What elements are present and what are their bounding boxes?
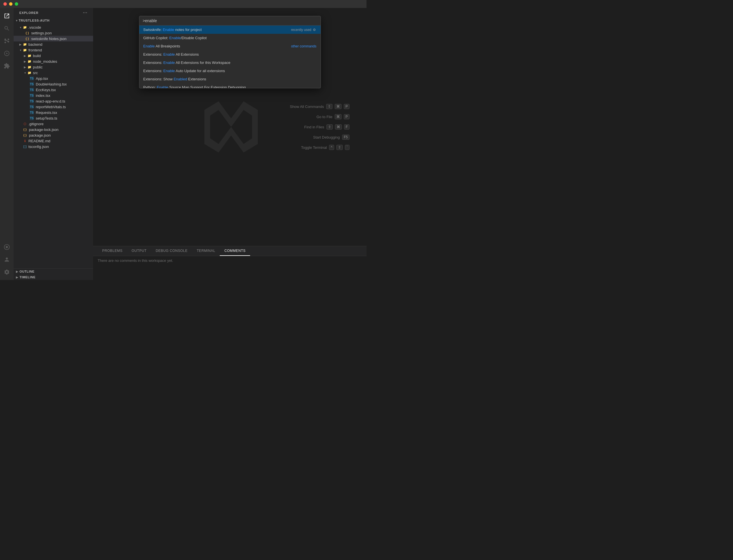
tab-terminal[interactable]: TERMINAL [192, 246, 220, 256]
accounts-activity-icon[interactable] [1, 254, 12, 265]
tab-output[interactable]: OUTPUT [127, 246, 151, 256]
shortcut-toggle-terminal: Toggle Terminal ^ ⇧ ` [290, 145, 350, 150]
command-item-github-copilot[interactable]: GitHub Copilot: Enable/Disable Copilot [139, 34, 321, 42]
tree-item-index-tsx[interactable]: TS index.tsx [14, 93, 93, 98]
shortcut-show-all-commands: Show All Commands ⇧ ⌘ P [290, 104, 350, 109]
command-input-row [139, 16, 321, 26]
tree-item-ecc-keys[interactable]: TS EccKeys.tsx [14, 87, 93, 93]
command-item-ext-auto-update[interactable]: Extensions: Enable Auto Update for all e… [139, 67, 321, 75]
timeline-section-header[interactable]: ▶ TIMELINE [14, 274, 93, 280]
comments-empty-message: There are no comments in this workspace … [98, 258, 173, 263]
editor-panel-wrapper: Show All Commands ⇧ ⌘ P Go to File ⌘ P F… [93, 8, 366, 280]
tree-item-package-json[interactable]: { } package.json [14, 132, 93, 138]
tab-debug-console[interactable]: DEBUG CONSOLE [151, 246, 192, 256]
tree-item-package-lock[interactable]: { } package-lock.json [14, 127, 93, 132]
minimize-button[interactable] [9, 2, 12, 6]
activity-bar [0, 8, 14, 280]
other-commands-link[interactable]: other commands [291, 44, 316, 48]
tree-item-double-hashing[interactable]: TS DoubleHashing.tsx [14, 81, 93, 87]
maximize-button[interactable] [15, 2, 18, 6]
explorer-title: EXPLORER [19, 11, 39, 14]
tree-item-gitignore[interactable]: ⬡ .gitignore [14, 121, 93, 127]
settings-activity-icon[interactable] [1, 266, 12, 278]
tree-item-frontend[interactable]: ▾ 📁 frontend [14, 47, 93, 53]
tree-item-readme[interactable]: ℹ README.md [14, 138, 93, 144]
tree-item-app-tsx[interactable]: TS App.tsx [14, 76, 93, 81]
tree-item-node-modules[interactable]: ▶ 📁 node_modules [14, 58, 93, 64]
main-layout: EXPLORER ··· ▾ TRUSTLESS-AUTH ▾ 📁 .vscod… [0, 8, 366, 280]
root-folder-name: TRUSTLESS-AUTH [19, 19, 50, 22]
extensions-activity-icon[interactable] [1, 60, 12, 72]
command-palette-input[interactable] [143, 18, 317, 23]
sidebar-footer-sections: ▶ OUTLINE ▶ TIMELINE [14, 268, 93, 280]
shortcut-go-to-file: Go to File ⌘ P [290, 114, 350, 119]
panel-tabs: PROBLEMS OUTPUT DEBUG CONSOLE TERMINAL C… [93, 246, 366, 256]
command-item-ext-show-enabled[interactable]: Extensions: Show Enabled Extensions [139, 75, 321, 83]
command-item-python-source-map[interactable]: Python: Enable Source Map Support For Ex… [139, 83, 321, 88]
command-palette[interactable]: Swissknife: Enable notes for project rec… [139, 16, 321, 88]
tree-item-tsconfig[interactable]: [ ] tsconfig.json [14, 144, 93, 149]
vscode-watermark-icon [202, 99, 258, 155]
shortcut-find-in-files: Find in Files ⇧ ⌘ F [290, 124, 350, 129]
tree-item-backend[interactable]: ▶ 📁 backend [14, 41, 93, 47]
tab-problems[interactable]: PROBLEMS [98, 246, 127, 256]
file-tree: ▾ 📁 .vscode { } settings.json { } swissk… [14, 23, 93, 268]
app-container: EXPLORER ··· ▾ TRUSTLESS-AUTH ▾ 📁 .vscod… [0, 8, 366, 280]
tree-item-build[interactable]: ▶ 📁 build [14, 53, 93, 58]
tree-item-swissknife-json[interactable]: { } swissknife Notes.json [14, 36, 93, 41]
command-item-ext-all[interactable]: Extensions: Enable All Extensions [139, 50, 321, 58]
tree-item-requests[interactable]: TS Requests.tsx [14, 110, 93, 115]
svg-point-1 [6, 246, 8, 248]
tree-item-vscode[interactable]: ▾ 📁 .vscode [14, 24, 93, 30]
search-activity-icon[interactable] [1, 23, 12, 34]
explorer-actions[interactable]: ··· [83, 10, 87, 15]
tree-item-react-app-env[interactable]: TS react-app-env.d.ts [14, 98, 93, 104]
tree-item-report-web-vitals[interactable]: TS reportWebVitals.ts [14, 104, 93, 110]
source-control-activity-icon[interactable] [1, 35, 12, 47]
gear-icon: ⚙ [313, 28, 317, 32]
outline-section-header[interactable]: ▶ OUTLINE [14, 269, 93, 274]
remote-activity-icon[interactable] [1, 241, 12, 253]
root-folder-header[interactable]: ▾ TRUSTLESS-AUTH [14, 18, 93, 23]
close-button[interactable] [3, 2, 7, 6]
recently-used-badge: recently used ⚙ [291, 28, 316, 32]
run-debug-activity-icon[interactable] [1, 48, 12, 59]
tree-item-setup-tests[interactable]: TS setupTests.ts [14, 115, 93, 121]
window-controls [3, 2, 18, 6]
tree-item-settings-json[interactable]: { } settings.json [14, 30, 93, 36]
tree-item-public[interactable]: ▶ 📁 public [14, 64, 93, 70]
editor-shortcuts: Show All Commands ⇧ ⌘ P Go to File ⌘ P F… [290, 104, 350, 150]
explorer-header: EXPLORER ··· [14, 8, 93, 18]
command-item-swissknife[interactable]: Swissknife: Enable notes for project rec… [139, 26, 321, 34]
comments-panel-content: There are no comments in this workspace … [93, 256, 366, 280]
tree-item-src[interactable]: ▾ 📁 src [14, 70, 93, 76]
explorer-activity-icon[interactable] [1, 10, 12, 22]
shortcut-start-debugging: Start Debugging F5 [290, 135, 350, 140]
titlebar [0, 0, 366, 8]
command-results: Swissknife: Enable notes for project rec… [139, 26, 321, 88]
command-item-ext-workspace[interactable]: Extensions: Enable All Extensions for th… [139, 58, 321, 67]
bottom-panel: PROBLEMS OUTPUT DEBUG CONSOLE TERMINAL C… [93, 246, 366, 280]
sidebar: EXPLORER ··· ▾ TRUSTLESS-AUTH ▾ 📁 .vscod… [14, 8, 93, 280]
command-item-enable-breakpoints[interactable]: Enable All Breakpoints other commands [139, 42, 321, 50]
tab-comments[interactable]: COMMENTS [220, 246, 250, 256]
